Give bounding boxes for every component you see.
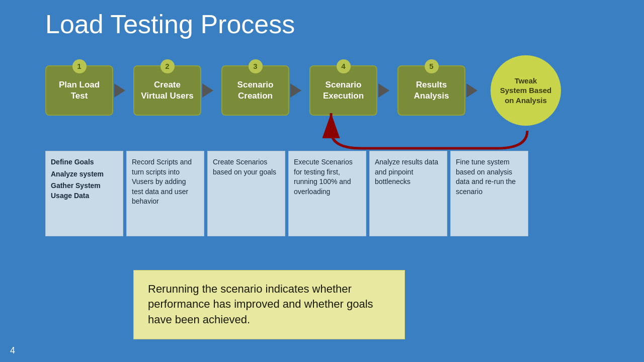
step-3: 3 ScenarioCreation [221,65,289,116]
desc-1-line2: Analyze system [51,169,118,179]
step-1-number: 1 [72,59,87,73]
desc-5-text: Analyze results data and pinpoint bottle… [375,158,438,186]
desc-box-1: Define Goals Analyze system Gather Syste… [45,151,123,236]
arrow-5-tweak [466,83,485,98]
tweak-circle: TweakSystem Basedon Analysis [491,55,561,126]
step-4: 4 ScenarioExecution [309,65,377,116]
step-5-box: 5 ResultsAnalysis [397,65,465,116]
note-box: Rerunning the scenario indicates whether… [133,270,405,339]
process-flow: 1 Plan LoadTest 2 CreateVirtual Users 3 … [45,55,561,126]
step-2: 2 CreateVirtual Users [133,65,201,116]
step-1-box: 1 Plan LoadTest [45,65,113,116]
step-5-number: 5 [425,59,439,73]
step-4-box: 4 ScenarioExecution [309,65,377,116]
step-5: 5 ResultsAnalysis [397,65,465,116]
page-title: Load Testing Process [45,9,295,39]
arrow-4-5 [378,83,396,98]
desc-4-text: Execute Scenarios for testing first, run… [294,158,353,196]
description-row: Define Goals Analyze system Gather Syste… [45,151,528,236]
step-2-box: 2 CreateVirtual Users [133,65,201,116]
step-3-box: 3 ScenarioCreation [221,65,289,116]
desc-box-3: Create Scenarios based on your goals [207,151,285,236]
desc-box-4: Execute Scenarios for testing first, run… [288,151,366,236]
step-4-number: 4 [337,59,351,73]
page-number: 4 [10,345,15,356]
step-2-number: 2 [160,59,175,73]
desc-1-line3: Gather System Usage Data [51,181,118,201]
arrow-2-3 [202,83,220,98]
step-1: 1 Plan LoadTest [45,65,113,116]
arrow-1-2 [114,83,132,98]
desc-6-text: Fine tune system based on analysis data … [456,158,516,196]
desc-3-text: Create Scenarios based on your goals [213,158,276,176]
step-3-number: 3 [249,59,263,73]
desc-box-2: Record Scripts and turn scripts into Vus… [126,151,204,236]
desc-1-line1: Define Goals [51,157,118,167]
desc-2-text: Record Scripts and turn scripts into Vus… [132,158,192,205]
arrow-3-4 [290,83,308,98]
note-text: Rerunning the scenario indicates whether… [148,283,373,326]
desc-box-6: Fine tune system based on analysis data … [450,151,528,236]
desc-box-5: Analyze results data and pinpoint bottle… [369,151,447,236]
